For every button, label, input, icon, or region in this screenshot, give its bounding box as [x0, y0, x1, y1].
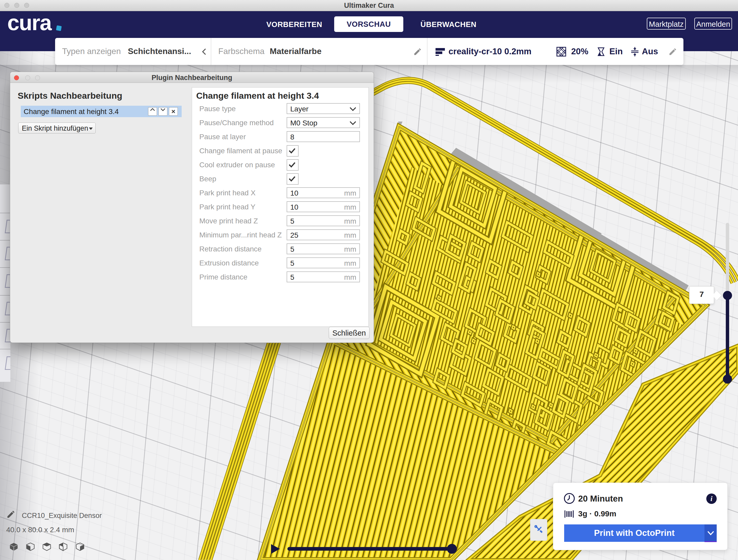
svg-text:i: i — [710, 495, 713, 503]
